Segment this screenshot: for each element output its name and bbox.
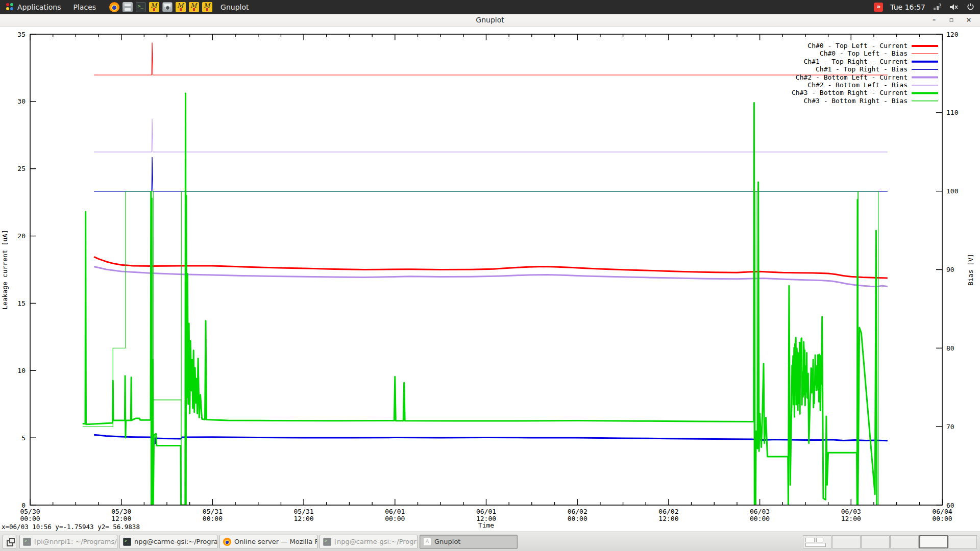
workspace-cell-6[interactable]	[948, 535, 977, 548]
midas-launcher-2-icon[interactable]	[176, 2, 186, 12]
clock[interactable]: Tue 16:57	[890, 3, 925, 11]
minimize-button[interactable]: –	[929, 15, 939, 26]
svg-text:10: 10	[17, 367, 26, 374]
svg-text:25: 25	[17, 165, 26, 172]
close-button[interactable]: ×	[964, 15, 974, 26]
taskbar: [pi@nnrpi1: ~/Programs/caenlogger]npg@ca…	[0, 532, 980, 551]
task-label: Online server — Mozilla Firefox	[234, 538, 317, 545]
cursor-coordinates-readout: x=06/03 10:56 y=-1.75943 y2= 56.9838	[2, 523, 140, 531]
svg-text:Ch#1 - Top Right - Bias: Ch#1 - Top Right - Bias	[816, 65, 908, 73]
svg-text:06/02: 06/02	[568, 508, 587, 515]
terminal-icon	[123, 538, 131, 546]
svg-text:06/03: 06/03	[750, 508, 770, 515]
svg-text:Bias [V]: Bias [V]	[967, 254, 974, 286]
workspace-cell-5[interactable]	[919, 535, 948, 548]
applications-menu[interactable]: Applications	[0, 0, 67, 14]
task-button[interactable]: [pi@nnrpi1: ~/Programs/caenlogger]	[19, 535, 117, 549]
svg-text:15: 15	[17, 299, 26, 307]
show-desktop-button[interactable]	[3, 535, 16, 549]
task-list: [pi@nnrpi1: ~/Programs/caenlogger]npg@ca…	[19, 535, 518, 549]
firefox-icon	[223, 538, 231, 546]
task-label: Gnuplot	[434, 538, 460, 545]
svg-text:70: 70	[946, 423, 954, 431]
svg-text:110: 110	[946, 109, 958, 116]
gnuplot-titlebar[interactable]: Gnuplot – ▫ ×	[0, 14, 980, 27]
svg-text:?: ?	[939, 3, 941, 9]
svg-text:20: 20	[17, 232, 26, 240]
workspace-cell-2[interactable]	[832, 535, 861, 548]
svg-text:06/03: 06/03	[841, 508, 861, 515]
svg-text:Ch#3 - Bottom Right - Bias: Ch#3 - Bottom Right - Bias	[804, 97, 908, 105]
task-button[interactable]: Gnuplot	[420, 535, 518, 549]
top-panel: Applications Places Gnuplot » Tue 16:57 …	[0, 0, 980, 14]
task-button[interactable]: [npg@carme-gsi:~/Programs/caenlo...	[320, 535, 418, 549]
svg-text:12:00: 12:00	[841, 515, 861, 522]
places-menu-label: Places	[74, 3, 96, 11]
applications-menu-label: Applications	[17, 3, 61, 11]
leakage-current-chart: 051015202530356070809010011012005/3000:0…	[0, 27, 980, 532]
svg-text:Ch#2 - Bottom Left - Current: Ch#2 - Bottom Left - Current	[796, 73, 908, 81]
svg-text:Ch#1 - Top Right - Current: Ch#1 - Top Right - Current	[804, 58, 908, 65]
applications-menu-icon	[6, 3, 14, 11]
task-label: npg@carme-gsi:~/Programs/CARME...	[134, 538, 217, 545]
task-button[interactable]: Online server — Mozilla Firefox	[219, 535, 317, 549]
svg-text:Ch#3 - Bottom Right - Current: Ch#3 - Bottom Right - Current	[792, 89, 908, 96]
terminal-launcher-icon[interactable]	[136, 2, 146, 12]
gnuplot-icon	[423, 538, 431, 546]
midas-launcher-3-icon[interactable]	[189, 2, 199, 12]
places-menu[interactable]: Places	[67, 0, 103, 14]
workspace-cell-1[interactable]	[803, 535, 831, 548]
midas-launcher-4-icon[interactable]	[202, 2, 212, 12]
svg-text:5: 5	[21, 434, 26, 442]
svg-text:30: 30	[17, 97, 26, 105]
window-title: Gnuplot	[0, 16, 980, 24]
svg-text:06/04: 06/04	[932, 508, 952, 515]
task-label: [npg@carme-gsi:~/Programs/caenlo...	[334, 538, 418, 545]
svg-text:Time: Time	[478, 521, 494, 529]
svg-text:12:00: 12:00	[111, 515, 131, 522]
svg-text:00:00: 00:00	[20, 515, 40, 522]
svg-text:05/30: 05/30	[111, 508, 131, 515]
power-icon[interactable]	[966, 3, 975, 11]
svg-text:06/02: 06/02	[658, 508, 678, 515]
svg-text:00:00: 00:00	[385, 515, 405, 522]
svg-text:Ch#0 - Top Left - Current: Ch#0 - Top Left - Current	[807, 42, 908, 49]
maximize-button[interactable]: ▫	[946, 15, 957, 26]
gnuplot-canvas[interactable]: 051015202530356070809010011012005/3000:0…	[0, 27, 980, 532]
svg-text:00:00: 00:00	[750, 515, 770, 522]
svg-text:Ch#0 - Top Left - Bias: Ch#0 - Top Left - Bias	[820, 49, 908, 57]
svg-text:06/01: 06/01	[476, 508, 496, 515]
svg-text:Leakage current [uA]: Leakage current [uA]	[1, 230, 9, 310]
network-icon[interactable]: ?	[933, 3, 942, 11]
terminal-icon	[323, 538, 331, 546]
task-label: [pi@nnrpi1: ~/Programs/caenlogger]	[34, 538, 117, 545]
volume-muted-icon[interactable]	[949, 3, 959, 11]
svg-text:100: 100	[946, 187, 958, 195]
svg-text:12:00: 12:00	[658, 515, 678, 522]
svg-text:120: 120	[946, 31, 958, 38]
svg-text:90: 90	[946, 266, 954, 273]
svg-text:Ch#2 - Bottom Left - Bias: Ch#2 - Bottom Left - Bias	[807, 81, 908, 89]
svg-text:00:00: 00:00	[203, 515, 223, 522]
workspace-switcher	[803, 535, 977, 548]
launcher-strip	[109, 2, 212, 12]
system-tray: » Tue 16:57 ?	[874, 3, 980, 12]
svg-text:05/31: 05/31	[203, 508, 223, 515]
midas-launcher-1-icon[interactable]	[149, 2, 159, 12]
svg-text:06/01: 06/01	[385, 508, 405, 515]
task-button[interactable]: npg@carme-gsi:~/Programs/CARME...	[119, 535, 217, 549]
terminal-icon	[23, 538, 31, 546]
screenshot-launcher-icon[interactable]	[162, 2, 173, 12]
svg-text:05/30: 05/30	[20, 508, 40, 515]
svg-text:35: 35	[17, 31, 26, 38]
active-window-label[interactable]: Gnuplot	[220, 3, 249, 11]
svg-text:00:00: 00:00	[568, 515, 587, 522]
svg-text:80: 80	[946, 344, 954, 352]
svg-text:12:00: 12:00	[294, 515, 314, 522]
svg-text:00:00: 00:00	[932, 515, 952, 522]
notification-icon[interactable]: »	[874, 3, 883, 12]
firefox-launcher-icon[interactable]	[109, 2, 119, 12]
workspace-cell-3[interactable]	[861, 535, 890, 548]
workspace-cell-4[interactable]	[890, 535, 919, 548]
files-launcher-icon[interactable]	[122, 2, 133, 12]
